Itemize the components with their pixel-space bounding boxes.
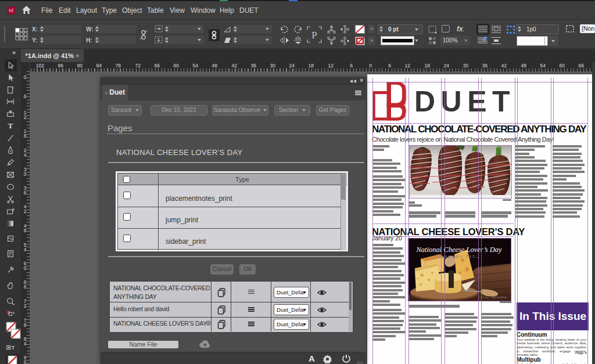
svg-text:P: P [311, 30, 317, 41]
